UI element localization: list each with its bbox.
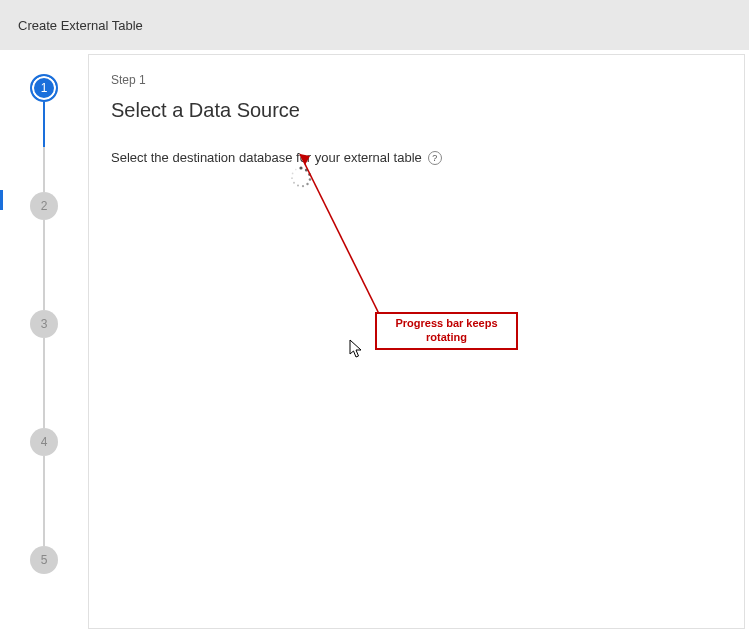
svg-point-6 [297,185,299,187]
step-instruction-text: Select the destination database for your… [111,150,422,165]
step-line-2 [43,220,45,310]
svg-point-1 [305,169,308,172]
step-title: Select a Data Source [111,99,722,122]
step-4[interactable]: 4 [30,428,58,456]
step-line-4 [43,456,45,546]
step-line-1b [43,147,45,192]
stepper-column: 1 2 3 4 5 [0,50,88,633]
svg-point-7 [293,182,295,184]
step-3[interactable]: 3 [30,310,58,338]
step-instruction-row: Select the destination database for your… [111,150,722,165]
step-line-3 [43,338,45,428]
step-2-number: 2 [41,199,48,213]
svg-point-4 [306,183,308,185]
step-2[interactable]: 2 [30,192,58,220]
step-5[interactable]: 5 [30,546,58,574]
svg-point-5 [302,185,304,187]
dialog-title: Create External Table [18,18,143,33]
svg-point-8 [291,177,293,179]
stepper: 1 2 3 4 5 [30,74,58,633]
svg-point-10 [295,169,297,171]
svg-point-9 [292,173,294,175]
svg-point-0 [299,166,302,169]
step-line-1 [43,102,45,147]
dialog-header: Create External Table [0,0,749,50]
step-5-number: 5 [41,553,48,567]
left-accent-bar [0,190,3,210]
step-4-number: 4 [41,435,48,449]
svg-point-2 [308,173,311,176]
step-1[interactable]: 1 [30,74,58,102]
step-3-number: 3 [41,317,48,331]
help-icon[interactable]: ? [428,151,442,165]
step-1-number: 1 [41,81,48,95]
step-label: Step 1 [111,73,722,87]
annotation-callout: Progress bar keeps rotating [375,312,518,350]
svg-point-3 [309,178,312,181]
annotation-text: Progress bar keeps rotating [381,317,512,345]
loading-spinner-icon [289,165,313,189]
